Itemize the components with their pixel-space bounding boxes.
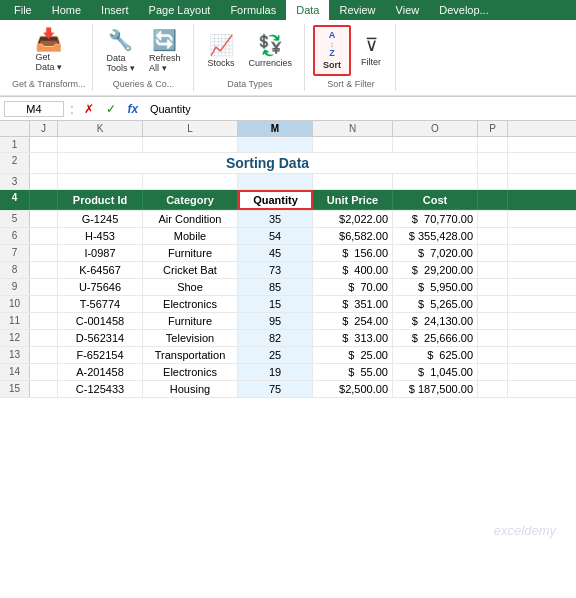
cell-j8[interactable] [30,262,58,278]
cell-n4[interactable]: Unit Price [313,190,393,210]
cell-p9[interactable] [478,279,508,295]
cell-k13[interactable]: F-652154 [58,347,143,363]
cell-n7[interactable]: $ 156.00 [313,245,393,261]
cell-k15[interactable]: C-125433 [58,381,143,397]
cell-k10[interactable]: T-56774 [58,296,143,312]
cell-reference[interactable] [4,101,64,117]
cell-l13[interactable]: Transportation [143,347,238,363]
cell-n15[interactable]: $2,500.00 [313,381,393,397]
cell-p10[interactable] [478,296,508,312]
cell-j14[interactable] [30,364,58,380]
cell-l5[interactable]: Air Condition [143,211,238,227]
tab-develop[interactable]: Develop... [429,0,499,20]
cell-p5[interactable] [478,211,508,227]
cell-l7[interactable]: Furniture [143,245,238,261]
cell-j4[interactable] [30,190,58,210]
cell-p4[interactable] [478,190,508,210]
cell-p13[interactable] [478,347,508,363]
cell-o4[interactable]: Cost [393,190,478,210]
tab-view[interactable]: View [386,0,430,20]
cell-o15[interactable]: $ 187,500.00 [393,381,478,397]
cell-o1[interactable] [393,137,478,152]
cell-o5[interactable]: $ 70,770.00 [393,211,478,227]
cell-m8[interactable]: 73 [238,262,313,278]
col-header-k[interactable]: K [58,121,143,136]
cell-m14[interactable]: 19 [238,364,313,380]
cell-p15[interactable] [478,381,508,397]
cell-k5[interactable]: G-1245 [58,211,143,227]
cell-k14[interactable]: A-201458 [58,364,143,380]
cell-p7[interactable] [478,245,508,261]
cell-n6[interactable]: $6,582.00 [313,228,393,244]
cell-n13[interactable]: $ 25.00 [313,347,393,363]
formula-input[interactable] [146,102,572,116]
cell-p12[interactable] [478,330,508,346]
cell-o9[interactable]: $ 5,950.00 [393,279,478,295]
cell-n10[interactable]: $ 351.00 [313,296,393,312]
tab-review[interactable]: Review [329,0,385,20]
filter-button[interactable]: ⊽ Filter [353,31,389,70]
cell-n14[interactable]: $ 55.00 [313,364,393,380]
cell-n11[interactable]: $ 254.00 [313,313,393,329]
cell-m4[interactable]: Quantity [238,190,313,210]
cell-o8[interactable]: $ 29,200.00 [393,262,478,278]
cell-k9[interactable]: U-75646 [58,279,143,295]
cell-o6[interactable]: $ 355,428.00 [393,228,478,244]
cell-m13[interactable]: 25 [238,347,313,363]
cell-l12[interactable]: Television [143,330,238,346]
cell-j9[interactable] [30,279,58,295]
cell-k11[interactable]: C-001458 [58,313,143,329]
tab-page-layout[interactable]: Page Layout [139,0,221,20]
cell-k12[interactable]: D-562314 [58,330,143,346]
cell-j3[interactable] [30,174,58,189]
cell-title[interactable]: Sorting Data [58,153,478,173]
cell-m15[interactable]: 75 [238,381,313,397]
cell-l15[interactable]: Housing [143,381,238,397]
cell-o14[interactable]: $ 1,045.00 [393,364,478,380]
data-tools-button[interactable]: 🔧 DataTools ▾ [101,25,142,76]
cell-p3[interactable] [478,174,508,189]
cell-p8[interactable] [478,262,508,278]
get-data-button[interactable]: 📥 GetData ▾ [28,24,69,77]
col-header-m[interactable]: M [238,121,313,136]
cell-m12[interactable]: 82 [238,330,313,346]
refresh-all-button[interactable]: 🔄 RefreshAll ▾ [143,25,187,76]
cell-k8[interactable]: K-64567 [58,262,143,278]
col-header-n[interactable]: N [313,121,393,136]
cell-l6[interactable]: Mobile [143,228,238,244]
tab-file[interactable]: File [4,0,42,20]
cell-p1[interactable] [478,137,508,152]
cell-j10[interactable] [30,296,58,312]
cell-m5[interactable]: 35 [238,211,313,227]
cell-k7[interactable]: I-0987 [58,245,143,261]
cell-k6[interactable]: H-453 [58,228,143,244]
cell-j12[interactable] [30,330,58,346]
col-header-l[interactable]: L [143,121,238,136]
cell-l9[interactable]: Shoe [143,279,238,295]
currencies-button[interactable]: 💱 Currencies [243,30,299,71]
tab-data[interactable]: Data [286,0,329,20]
cell-l14[interactable]: Electronics [143,364,238,380]
cell-o7[interactable]: $ 7,020.00 [393,245,478,261]
cell-l4[interactable]: Category [143,190,238,210]
col-header-p[interactable]: P [478,121,508,136]
tab-home[interactable]: Home [42,0,91,20]
cell-p14[interactable] [478,364,508,380]
cell-n12[interactable]: $ 313.00 [313,330,393,346]
cell-m9[interactable]: 85 [238,279,313,295]
cell-j5[interactable] [30,211,58,227]
cell-m10[interactable]: 15 [238,296,313,312]
cell-j2[interactable] [30,153,58,173]
cell-o10[interactable]: $ 5,265.00 [393,296,478,312]
cell-k1[interactable] [58,137,143,152]
cell-l11[interactable]: Furniture [143,313,238,329]
cell-j7[interactable] [30,245,58,261]
sort-button[interactable]: A ↕ Z Sort [313,25,351,75]
cell-l1[interactable] [143,137,238,152]
cell-j11[interactable] [30,313,58,329]
tab-insert[interactable]: Insert [91,0,139,20]
stocks-button[interactable]: 📈 Stocks [202,30,241,71]
cell-k4[interactable]: Product Id [58,190,143,210]
col-header-j[interactable]: J [30,121,58,136]
cell-o11[interactable]: $ 24,130.00 [393,313,478,329]
